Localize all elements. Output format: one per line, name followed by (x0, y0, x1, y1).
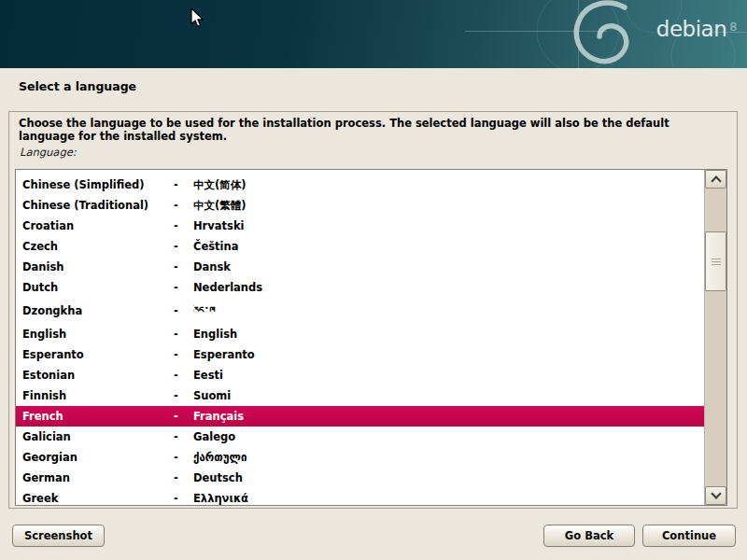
language-row-finnish[interactable]: Finnish-Suomi (16, 385, 704, 406)
go-back-button[interactable]: Go Back (543, 525, 635, 547)
brand-wordmark: debian8 (656, 19, 737, 40)
language-row-english[interactable]: English-English (16, 324, 704, 344)
language-row-estonian[interactable]: Estonian-Eesti (16, 365, 704, 385)
language-row-german[interactable]: German-Deutsch (16, 468, 704, 488)
scrollbar-thumb[interactable] (705, 231, 726, 291)
language-field-label: Language: (20, 146, 77, 159)
language-row-georgian[interactable]: Georgian-ქართული (16, 447, 704, 468)
chevron-up-icon (711, 175, 721, 186)
language-row-french[interactable]: French-Français (16, 406, 704, 427)
language-row-esperanto[interactable]: Esperanto-Esperanto (16, 344, 704, 365)
scroll-up-button[interactable] (705, 170, 726, 189)
page-title: Select a language (19, 79, 136, 93)
installer-window: debian8 Select a language Choose the lan… (0, 0, 747, 560)
header-banner: debian8 (0, 0, 747, 68)
language-row-danish[interactable]: Danish-Dansk (16, 257, 704, 277)
chevron-down-icon (711, 488, 721, 498)
language-row-chinese-traditional[interactable]: Chinese (Traditional)-中文(繁體) (16, 195, 704, 216)
scroll-down-button[interactable] (705, 486, 726, 505)
language-row-galician[interactable]: Galician-Galego (16, 427, 704, 447)
language-row-greek[interactable]: Greek-Ελληνικά (16, 488, 704, 505)
language-row-croatian[interactable]: Croatian-Hrvatski (16, 216, 704, 236)
scrollbar-track[interactable] (705, 189, 726, 486)
language-row-dzongkha[interactable]: Dzongkha-རྫོང་ཁ (16, 298, 704, 324)
continue-button[interactable]: Continue (642, 525, 736, 547)
language-row-dutch[interactable]: Dutch-Nederlands (16, 277, 704, 298)
debian-swirl-logo (0, 0, 747, 68)
instruction-text: Choose the language to be used for the i… (19, 117, 704, 143)
content-frame: Choose the language to be used for the i… (8, 111, 738, 509)
language-row-czech[interactable]: Czech-Čeština (16, 236, 704, 257)
brand-version: 8 (729, 20, 737, 34)
scrollbar[interactable] (704, 170, 726, 505)
brand-name: debian (656, 17, 726, 41)
language-rows: Chinese (Simplified)-中文(简体)Chinese (Trad… (16, 170, 704, 505)
screenshot-button[interactable]: Screenshot (12, 525, 105, 547)
language-row-chinese-simplified[interactable]: Chinese (Simplified)-中文(简体) (16, 175, 704, 195)
language-list[interactable]: Chinese (Simplified)-中文(简体)Chinese (Trad… (15, 169, 727, 506)
